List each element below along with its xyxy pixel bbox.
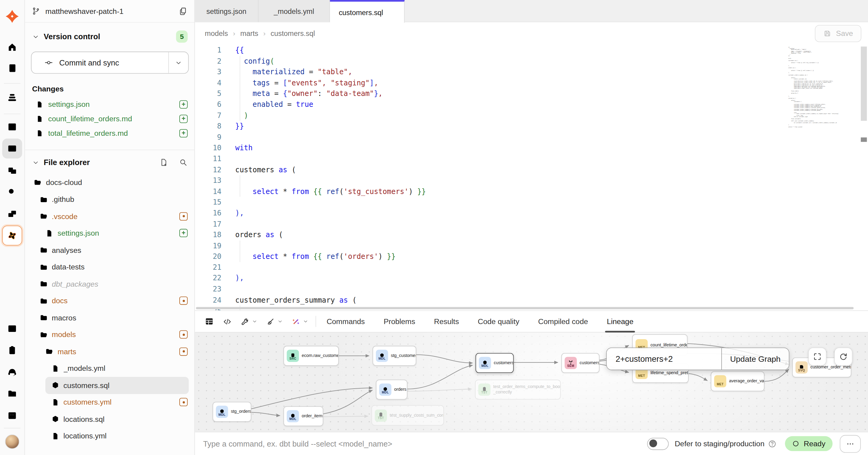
code-line[interactable]: 17: [195, 219, 868, 230]
code-line[interactable]: 23: [195, 284, 868, 295]
code-line[interactable]: 7 ): [195, 110, 868, 121]
stage-file-badge[interactable]: [179, 129, 188, 137]
modified-badge[interactable]: [179, 347, 188, 356]
editor-minimap[interactable]: {{ config( materialized = "table", tags …: [788, 47, 839, 127]
search-files-icon[interactable]: [179, 158, 187, 167]
update-graph-button[interactable]: Update Graph: [721, 348, 789, 370]
user-avatar[interactable]: [5, 434, 20, 449]
tree-item-settings-json[interactable]: settings.json: [25, 225, 194, 242]
code-line[interactable]: 8}}: [195, 121, 868, 132]
code-line[interactable]: 4 tags = ["events", "staging"],: [195, 78, 868, 88]
close-tab-icon[interactable]: [388, 8, 396, 16]
defer-toggle[interactable]: [647, 437, 669, 450]
code-line[interactable]: 2 config(: [195, 56, 868, 67]
modified-badge[interactable]: [179, 331, 188, 339]
status-badge[interactable]: Ready: [785, 436, 832, 451]
editor-scrollbar[interactable]: [861, 47, 867, 309]
tree-item-analyses[interactable]: analyses: [25, 242, 194, 259]
code-editor[interactable]: 1{{2 config(3 materialized = "table",4 t…: [195, 45, 868, 311]
nav-ide-develop-icon[interactable]: [7, 143, 18, 154]
format-tools[interactable]: [266, 317, 283, 326]
nav-terminal-icon[interactable]: [7, 323, 18, 334]
nav-projects-icon[interactable]: [7, 388, 18, 399]
file-explorer-header[interactable]: File explorer: [25, 150, 194, 167]
nav-dashboard-icon[interactable]: [7, 121, 18, 133]
more-options-button[interactable]: [840, 435, 861, 453]
tree-item-docs[interactable]: docs: [25, 292, 194, 309]
editor-tab--models-yml[interactable]: _models.yml: [258, 0, 330, 22]
branch-name[interactable]: matthewshaver-patch-1: [45, 7, 173, 16]
code-line[interactable]: 5 meta = {"owner": "data-team"},: [195, 88, 868, 99]
code-line[interactable]: 11: [195, 153, 868, 165]
tree-item--vscode[interactable]: .vscode: [25, 208, 194, 225]
build-tools[interactable]: [240, 317, 257, 326]
code-line[interactable]: 3 materialized = "table",: [195, 67, 868, 78]
panel-tab-lineage[interactable]: Lineage: [607, 311, 633, 332]
code-line[interactable]: 15: [195, 197, 868, 208]
modified-badge[interactable]: [179, 296, 188, 305]
breadcrumb-item[interactable]: marts: [240, 29, 258, 38]
stage-file-badge[interactable]: [179, 114, 188, 123]
preview-table-icon[interactable]: [204, 316, 214, 326]
copy-branch-icon[interactable]: [178, 6, 187, 16]
code-line[interactable]: 9: [195, 132, 868, 143]
lineage-select-input[interactable]: 2+customers+2: [607, 348, 721, 370]
code-line[interactable]: 16),: [195, 208, 868, 219]
changed-file-row[interactable]: total_lifetime_orders.md: [36, 126, 194, 140]
code-line[interactable]: 12customers as (: [195, 165, 868, 175]
lineage-node-test-order-items[interactable]: TSTtest_order_items_compute_to_bools _co…: [475, 379, 561, 399]
tree-item-docs-cloud[interactable]: docs-cloud: [25, 174, 194, 191]
lineage-node-average-order-value[interactable]: METaverage_order_value: [711, 371, 764, 391]
lineage-node-test-supply-costs[interactable]: TSTtest_supply_costs_sum_correctly: [371, 405, 444, 426]
lineage-node-customers-semantic[interactable]: SEMcustomers: [561, 353, 599, 373]
tree-item-locations-sql[interactable]: locations.sql: [25, 410, 194, 428]
breadcrumb-item[interactable]: customers.sql: [271, 29, 315, 38]
lineage-node-orders[interactable]: MDLorders: [376, 379, 407, 399]
new-file-icon[interactable]: [159, 158, 168, 167]
commit-and-sync-button[interactable]: Commit and sync: [31, 52, 189, 74]
tree-item-locations-yml[interactable]: locations.yml: [25, 428, 194, 445]
code-line[interactable]: 13: [195, 175, 868, 186]
nav-account-settings-icon[interactable]: [7, 410, 18, 421]
code-line[interactable]: 14 select * from {{ ref('stg_customers')…: [195, 186, 868, 197]
code-view-icon[interactable]: [222, 317, 232, 326]
nav-orchestration-icon[interactable]: [7, 208, 18, 220]
code-line[interactable]: 1{{: [195, 45, 868, 56]
help-icon[interactable]: [768, 439, 776, 448]
lineage-canvas[interactable]: SRCecom.raw_customersMDLstg_customersMDL…: [195, 333, 868, 432]
code-line[interactable]: 18orders as (: [195, 230, 868, 240]
changed-file-row[interactable]: count_lifetime_orders.md: [36, 111, 194, 126]
fullscreen-button[interactable]: [808, 348, 827, 366]
horizontal-scrollbar[interactable]: [196, 307, 854, 309]
nav-visual-editor-icon[interactable]: [7, 165, 18, 176]
tree-item--github[interactable]: .github: [25, 191, 194, 208]
lineage-node-ecom-raw-customers[interactable]: SRCecom.raw_customers: [283, 346, 339, 366]
panel-tab-code-quality[interactable]: Code quality: [478, 311, 519, 332]
nav-notebook-icon[interactable]: [7, 63, 18, 74]
code-line[interactable]: 10with: [195, 143, 868, 153]
lineage-node-order-items[interactable]: MDLorder_items: [283, 406, 323, 426]
lineage-node-stg-orders[interactable]: MDLstg_orders: [213, 402, 251, 422]
refresh-graph-button[interactable]: [834, 348, 852, 366]
added-badge[interactable]: [179, 229, 188, 237]
nav-jobs-icon[interactable]: [7, 345, 18, 356]
scrollbar-thumb[interactable]: [861, 47, 867, 121]
tree-item-customers-sql[interactable]: customers.sql: [45, 377, 189, 394]
nav-support-icon[interactable]: [7, 366, 18, 377]
stage-file-badge[interactable]: [179, 100, 188, 109]
tree-item-marts[interactable]: marts: [25, 343, 194, 360]
save-button[interactable]: Save: [815, 25, 861, 42]
code-line[interactable]: 19: [195, 240, 868, 251]
command-input[interactable]: [202, 439, 647, 449]
modified-badge[interactable]: [179, 398, 188, 406]
changed-file-row[interactable]: settings.json: [36, 97, 194, 111]
panel-tab-compiled-code[interactable]: Compiled code: [538, 311, 588, 332]
dbt-logo-icon[interactable]: [5, 9, 20, 24]
modified-badge[interactable]: [179, 212, 188, 221]
nav-home-icon[interactable]: [7, 41, 18, 53]
editor-tab-customers-sql[interactable]: customers.sql: [330, 0, 405, 23]
editor-tab-settings-json[interactable]: settings.json: [195, 0, 258, 22]
code-line[interactable]: 22),: [195, 273, 868, 284]
tree-item-customers-yml[interactable]: customers.yml: [25, 394, 194, 410]
nav-environments-icon[interactable]: [7, 92, 18, 103]
